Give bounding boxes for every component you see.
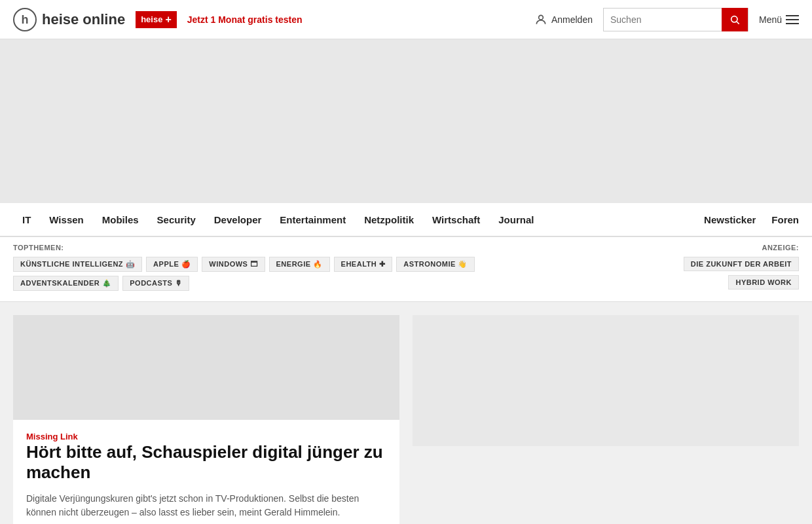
top-themes-bar: TOPTHEMEN: KÜNSTLICHE INTELLIGENZ 🤖 APPL… [0,237,812,302]
top-themes-left: TOPTHEMEN: KÜNSTLICHE INTELLIGENZ 🤖 APPL… [13,244,684,295]
anzeige-label: ANZEIGE: [684,244,799,252]
nav-item-wirtschaft[interactable]: Wirtschaft [423,203,489,236]
search-icon [729,14,740,25]
svg-point-2 [539,15,544,20]
ad-banner [0,39,812,203]
nav-link-netzpolitik[interactable]: Netzpolitik [355,203,423,237]
nav-item-wissen[interactable]: Wissen [40,203,92,236]
svg-line-4 [737,22,739,24]
account-icon [534,13,547,26]
nav-item-journal[interactable]: Journal [489,203,543,236]
nav-items: IT Wissen Mobiles Security Developer Ent… [13,203,543,236]
nav-item-entertainment[interactable]: Entertainment [270,203,355,236]
nav-link-security[interactable]: Security [148,203,205,237]
right-column [413,315,799,524]
article-summary: Digitale Verjüngungskuren gibt's jetzt s… [26,492,386,519]
tag-ehealth[interactable]: EHEALTH ✚ [334,257,393,272]
logo-text: heise online [42,11,125,28]
tag-windows[interactable]: WINDOWS 🗔 [202,257,265,272]
svg-text:h: h [22,13,29,26]
anzeige-tag-zukunft[interactable]: DIE ZUKUNFT DER ARBEIT [684,257,799,271]
tag-apple[interactable]: APPLE 🍎 [146,257,198,272]
nav-bar: IT Wissen Mobiles Security Developer Ent… [0,203,812,237]
tags-row-1: KÜNSTLICHE INTELLIGENZ 🤖 APPLE 🍎 WINDOWS… [13,257,684,272]
nav-item-netzpolitik[interactable]: Netzpolitik [355,203,423,236]
nav-link-developer[interactable]: Developer [205,203,271,237]
logo-area: h heise online [13,8,125,31]
login-button[interactable]: Anmelden [534,13,593,26]
top-themes-label: TOPTHEMEN: [13,244,684,252]
tag-ki[interactable]: KÜNSTLICHE INTELLIGENZ 🤖 [13,257,142,272]
nav-link-mobiles[interactable]: Mobiles [93,203,148,237]
menu-label: Menü [759,14,782,25]
header-right: Anmelden Menü [534,8,799,31]
left-column: Missing Link Hört bitte auf, Schauspiele… [13,315,399,524]
nav-link-foren[interactable]: Foren [771,214,799,225]
main-content: Missing Link Hört bitte auf, Schauspiele… [0,302,812,524]
article-card: Missing Link Hört bitte auf, Schauspiele… [13,315,399,524]
heise-plus-badge[interactable]: heise + [136,11,177,28]
nav-item-developer[interactable]: Developer [205,203,271,236]
trial-link[interactable]: Jetzt 1 Monat gratis testen [187,14,303,25]
tag-adventskalender[interactable]: ADVENTSKALENDER 🎄 [13,276,119,291]
heise-logo-icon: h [13,8,37,31]
top-themes-right: ANZEIGE: DIE ZUKUNFT DER ARBEIT HYBRID W… [684,244,799,293]
search-button[interactable] [722,8,748,31]
nav-link-journal[interactable]: Journal [489,203,543,237]
nav-item-mobiles[interactable]: Mobiles [93,203,148,236]
article-title: Hört bitte auf, Schauspieler digital jün… [26,442,386,483]
header: h heise online heise + Jetzt 1 Monat gra… [0,0,812,39]
nav-item-it[interactable]: IT [13,203,40,236]
nav-link-it[interactable]: IT [13,203,40,237]
nav-link-wissen[interactable]: Wissen [40,203,92,237]
right-ad [413,315,799,446]
nav-link-entertainment[interactable]: Entertainment [270,203,355,237]
svg-point-3 [731,16,737,22]
search-container [603,8,748,31]
nav-item-security[interactable]: Security [148,203,205,236]
article-category[interactable]: Missing Link [26,432,78,441]
tag-astronomie[interactable]: ASTRONOMIE 👋 [396,257,475,272]
menu-button[interactable]: Menü [759,14,799,25]
hamburger-icon [786,15,799,24]
article-image [13,315,399,420]
nav-link-wirtschaft[interactable]: Wirtschaft [423,203,489,237]
tag-energie[interactable]: ENERGIE 🔥 [269,257,330,272]
anzeige-tag-hybrid[interactable]: HYBRID WORK [728,275,799,290]
search-input[interactable] [604,9,722,31]
tag-podcasts[interactable]: PODCASTS 🎙 [122,276,189,291]
heise-plus-symbol: + [165,14,171,26]
nav-right: Newsticker Foren [704,214,799,225]
nav-link-newsticker[interactable]: Newsticker [704,214,756,225]
tags-row-2: ADVENTSKALENDER 🎄 PODCASTS 🎙 [13,276,684,291]
heise-plus-label: heise [141,14,162,24]
login-label: Anmelden [551,14,593,25]
